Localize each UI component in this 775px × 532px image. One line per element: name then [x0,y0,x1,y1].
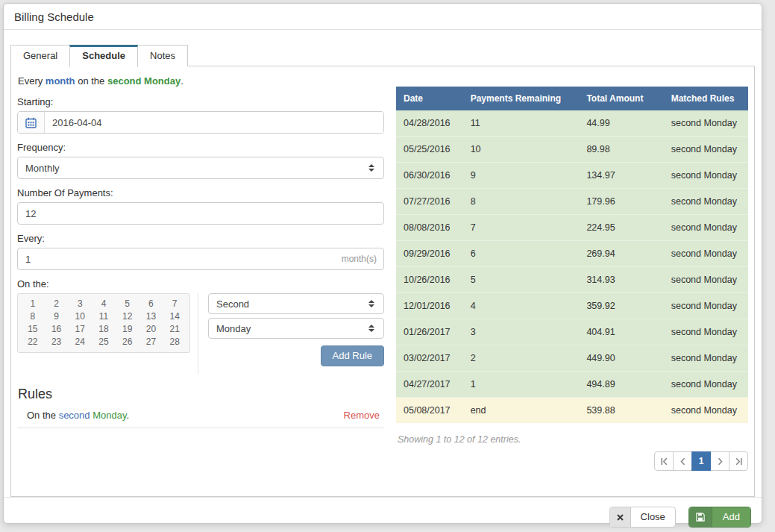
table-row: 12/01/20164359.92second Monday [396,293,748,319]
table-cell-remaining: 1 [463,372,580,398]
number-of-payments-input[interactable] [17,202,384,225]
ordinal-select[interactable]: Second [208,293,384,314]
day-cell[interactable]: 20 [139,323,163,336]
pagination-page-1[interactable]: 1 [691,451,711,471]
table-cell-date: 10/26/2016 [396,267,463,293]
day-cell[interactable]: 18 [92,323,116,336]
day-cell[interactable]: 10 [68,310,92,323]
table-cell-amount: 224.95 [579,215,663,241]
day-cell[interactable]: 8 [21,310,45,323]
day-cell[interactable]: 16 [45,323,69,336]
schedule-preview: Date Payments Remaining Total Amount Mat… [396,87,748,471]
day-cell[interactable]: 9 [45,310,69,323]
pagination-prev-button[interactable] [673,451,692,471]
table-cell-remaining: 8 [463,189,580,215]
table-cell-amount: 314.93 [579,267,663,293]
day-cell[interactable]: 23 [45,336,69,348]
day-cell[interactable]: 17 [68,323,92,336]
select-caret-icon [368,325,374,332]
close-button[interactable]: Close [609,507,676,528]
day-cell[interactable]: 13 [139,310,163,323]
table-cell-date: 03/02/2017 [396,345,463,372]
pagination-last-button[interactable] [729,451,748,471]
table-cell-rule: second Monday [664,267,748,293]
tab-schedule[interactable]: Schedule [69,45,138,67]
pagination-first-button[interactable] [654,451,674,471]
number-of-payments-label: Number Of Payments: [17,187,384,198]
table-cell-amount: 494.89 [579,372,663,398]
table-cell-remaining: 3 [463,319,580,345]
table-cell-date: 07/27/2016 [396,189,463,215]
every-label: Every: [17,233,384,244]
day-cell[interactable]: 21 [163,323,186,336]
tab-general-label: General [23,50,57,61]
table-cell-amount: 539.88 [579,398,663,424]
tab-general[interactable]: General [10,45,70,66]
table-cell-amount: 359.92 [579,293,663,319]
summary-rule: second Monday [107,75,181,87]
weekday-selected-value: Monday [216,323,251,334]
day-cell[interactable]: 26 [116,336,139,348]
day-cell[interactable]: 6 [139,298,163,310]
day-cell[interactable]: 12 [116,310,139,323]
tab-schedule-label: Schedule [82,50,125,61]
tab-notes-label: Notes [150,50,175,61]
add-rule-button[interactable]: Add Rule [321,345,384,366]
day-cell[interactable]: 7 [163,298,186,310]
day-cell[interactable]: 25 [92,336,116,348]
day-cell[interactable]: 2 [45,298,69,310]
add-button[interactable]: Add [688,507,751,528]
frequency-selected-value: Monthly [25,163,60,174]
column-header-payments-remaining: Payments Remaining [463,87,580,110]
day-cell[interactable]: 5 [116,298,139,310]
table-cell-amount: 134.97 [579,163,663,189]
table-cell-rule: second Monday [664,215,748,241]
weekday-select[interactable]: Monday [208,318,384,339]
add-button-label: Add [712,507,750,527]
day-cell[interactable]: 27 [139,336,163,348]
day-cell[interactable]: 14 [163,310,186,323]
save-disk-icon [689,507,712,527]
tab-notes[interactable]: Notes [137,45,188,66]
day-cell[interactable]: 3 [68,298,92,310]
table-cell-date: 09/29/2016 [396,241,463,267]
day-cell[interactable]: 15 [21,323,45,336]
remove-rule-link[interactable]: Remove [344,410,380,421]
day-cell[interactable]: 1 [21,298,45,310]
table-cell-remaining: 5 [463,267,580,293]
column-header-total-amount: Total Amount [579,87,663,110]
table-cell-amount: 269.94 [579,241,663,267]
column-header-date: Date [396,87,463,110]
every-input[interactable] [17,248,384,270]
table-cell-date: 08/08/2016 [396,215,463,241]
modal-body: General Schedule Notes Every month on th… [4,30,762,497]
rule-period: . [126,410,129,421]
table-cell-remaining: 11 [463,110,580,137]
summary-text: Every [18,75,46,87]
table-cell-remaining: 7 [463,215,580,241]
pagination-next-button[interactable] [710,451,729,471]
table-row: 10/26/20165314.93second Monday [396,267,748,293]
frequency-select[interactable]: Monthly [17,157,384,179]
table-cell-rule: second Monday [664,398,748,424]
billing-schedule-modal: Billing Schedule General Schedule Notes … [3,3,762,524]
table-cell-amount: 44.99 [579,110,663,137]
select-caret-icon [368,164,374,172]
table-cell-amount: 449.90 [579,345,663,372]
table-row: 07/27/20168179.96second Monday [396,189,748,215]
day-cell[interactable]: 24 [68,336,92,348]
table-cell-remaining: 2 [463,345,580,372]
day-cell[interactable]: 28 [163,336,186,348]
starting-label: Starting: [17,96,384,107]
table-cell-rule: second Monday [664,163,748,189]
day-cell[interactable]: 4 [92,298,116,310]
starting-date-input[interactable] [45,112,383,133]
table-row: 05/25/20161089.98second Monday [396,137,748,163]
pagination: 1 [654,451,748,471]
day-cell[interactable]: 11 [92,310,116,323]
rule-ordinal: second [59,410,90,421]
calendar-icon[interactable] [18,112,45,133]
day-cell[interactable]: 19 [116,323,139,336]
day-cell[interactable]: 22 [21,336,45,348]
summary-text: on the [75,75,107,87]
